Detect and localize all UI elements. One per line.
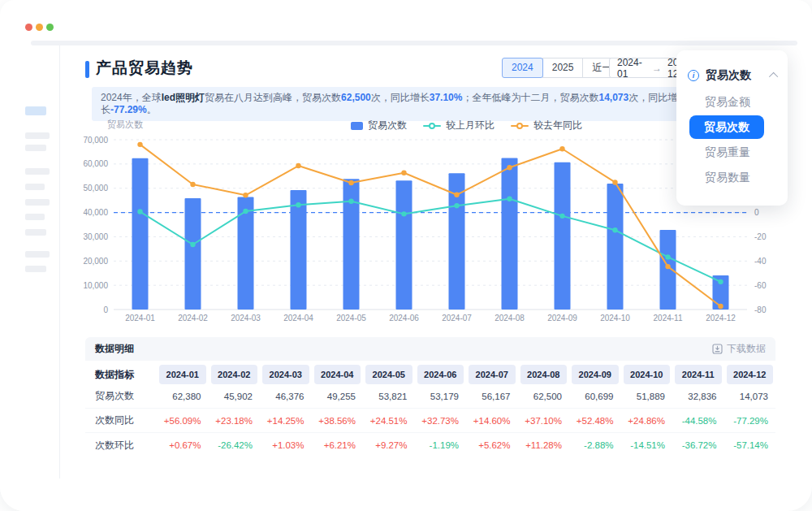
point-较去年同比-2024-08[interactable] bbox=[507, 165, 512, 170]
sidebar-item-skeleton[interactable] bbox=[25, 266, 46, 272]
point-较上月环比-2024-12[interactable] bbox=[718, 279, 723, 284]
title-accent-bar bbox=[85, 61, 89, 78]
bar-2024-04[interactable] bbox=[291, 190, 307, 310]
row-label: 次数环比 bbox=[85, 439, 157, 453]
point-较去年同比-2024-05[interactable] bbox=[348, 180, 353, 185]
metric-dropdown-label: 贸易次数 bbox=[706, 68, 765, 83]
bar-2024-05[interactable] bbox=[343, 179, 360, 310]
left-axis-tick: 30,000 bbox=[83, 232, 108, 241]
point-较去年同比-2024-03[interactable] bbox=[243, 193, 248, 197]
table-cell: +11.28% bbox=[518, 440, 570, 450]
point-较去年同比-2024-09[interactable] bbox=[559, 146, 564, 151]
close-window-icon[interactable] bbox=[25, 24, 32, 31]
point-较上月环比-2024-04[interactable] bbox=[296, 202, 300, 207]
point-较去年同比-2024-04[interactable] bbox=[296, 163, 300, 168]
app-window: 产品贸易趋势 20242025近一年 2024-01 → 2024-12 202… bbox=[0, 0, 812, 511]
minimize-window-icon[interactable] bbox=[36, 24, 43, 31]
sidebar-item-skeleton[interactable] bbox=[25, 214, 45, 220]
point-较上月环比-2024-05[interactable] bbox=[348, 199, 353, 204]
table-cell: +23.18% bbox=[209, 416, 261, 426]
point-较上月环比-2024-01[interactable] bbox=[137, 209, 142, 214]
table-cell: +56.09% bbox=[157, 416, 209, 426]
point-较去年同比-2024-11[interactable] bbox=[665, 264, 670, 269]
point-较上月环比-2024-10[interactable] bbox=[612, 227, 617, 232]
x-axis-label: 2024-03 bbox=[231, 314, 261, 323]
point-较去年同比-2024-06[interactable] bbox=[401, 171, 406, 175]
table-cell: 32,836 bbox=[672, 392, 724, 401]
x-axis-label: 2024-04 bbox=[283, 314, 313, 323]
point-较上月环比-2024-03[interactable] bbox=[243, 209, 248, 214]
point-较去年同比-2024-01[interactable] bbox=[137, 142, 142, 147]
trend-chart[interactable]: 010,00020,00030,00040,00050,00060,00070,… bbox=[77, 123, 775, 328]
point-较上月环比-2024-09[interactable] bbox=[559, 214, 564, 219]
bar-2024-01[interactable] bbox=[132, 158, 149, 310]
bar-2024-02[interactable] bbox=[185, 198, 201, 310]
bar-2024-06[interactable] bbox=[396, 180, 412, 310]
metric-dropdown-panel: i 贸易次数 贸易金额贸易次数贸易重量贸易数量 bbox=[676, 50, 788, 206]
metric-option-贸易金额[interactable]: 贸易金额 bbox=[676, 89, 788, 115]
bar-2024-09[interactable] bbox=[555, 162, 571, 310]
metric-option-贸易重量[interactable]: 贸易重量 bbox=[676, 140, 788, 165]
bar-2024-11[interactable] bbox=[660, 230, 676, 310]
x-axis-label: 2024-06 bbox=[389, 314, 419, 323]
sidebar-item-skeleton[interactable] bbox=[25, 168, 50, 175]
table-row-贸易次数: 贸易次数62,38045,90246,37649,25553,82153,179… bbox=[85, 384, 775, 409]
table-header-2024-08: 2024-08 bbox=[520, 365, 568, 384]
sidebar-item-skeleton[interactable] bbox=[25, 229, 46, 236]
table-cell: +52.48% bbox=[569, 416, 621, 426]
year-filter-2025[interactable]: 2025 bbox=[542, 58, 584, 78]
table-cell: +14.60% bbox=[466, 416, 518, 426]
table-header-2024-01: 2024-01 bbox=[159, 365, 206, 384]
download-data-button[interactable]: 下载数据 bbox=[712, 342, 766, 356]
table-header-2024-11: 2024-11 bbox=[675, 365, 722, 384]
sidebar-item-skeleton[interactable] bbox=[25, 251, 50, 258]
table-cell: +37.10% bbox=[518, 416, 570, 426]
point-较上月环比-2024-08[interactable] bbox=[507, 197, 512, 201]
metric-dropdown-header[interactable]: i 贸易次数 bbox=[688, 68, 778, 83]
table-cell: 49,255 bbox=[312, 392, 364, 401]
point-较去年同比-2024-02[interactable] bbox=[190, 182, 195, 187]
year-filter-2024[interactable]: 2024 bbox=[502, 58, 543, 78]
point-较去年同比-2024-12[interactable] bbox=[718, 304, 723, 309]
right-axis-tick: 0 bbox=[754, 208, 759, 217]
range-arrow-icon: → bbox=[652, 63, 662, 74]
metric-option-贸易次数[interactable]: 贸易次数 bbox=[689, 115, 764, 139]
point-较去年同比-2024-07[interactable] bbox=[454, 193, 459, 197]
table-cell: 14,073 bbox=[724, 392, 776, 401]
range-start: 2024-01 bbox=[617, 57, 646, 80]
sidebar-item-active-skeleton[interactable] bbox=[25, 106, 46, 115]
sidebar-item-skeleton[interactable] bbox=[25, 199, 50, 206]
table-cell: -2.88% bbox=[569, 440, 621, 450]
x-axis-label: 2024-05 bbox=[336, 314, 366, 323]
page-title: 产品贸易趋势 bbox=[96, 58, 193, 79]
sidebar-item-skeleton[interactable] bbox=[25, 145, 46, 151]
summary-text: 14,073 bbox=[598, 92, 628, 103]
point-较上月环比-2024-06[interactable] bbox=[401, 211, 406, 216]
summary-text: 62,500 bbox=[341, 92, 371, 103]
x-axis-label: 2024-07 bbox=[442, 314, 472, 323]
maximize-window-icon[interactable] bbox=[46, 24, 54, 31]
table-cell: 45,902 bbox=[209, 392, 261, 401]
table-cell: +32.73% bbox=[415, 416, 467, 426]
left-axis-tick: 60,000 bbox=[83, 159, 108, 168]
point-较上月环比-2024-02[interactable] bbox=[190, 242, 195, 247]
left-axis-tick: 10,000 bbox=[83, 281, 108, 290]
summary-text: 贸易在八月达到高峰，贸易次数 bbox=[205, 92, 341, 103]
chevron-up-icon bbox=[769, 72, 778, 81]
point-较上月环比-2024-11[interactable] bbox=[665, 254, 670, 259]
sidebar-item-skeleton[interactable] bbox=[25, 132, 50, 139]
sidebar-item-skeleton[interactable] bbox=[25, 184, 45, 190]
bar-2024-10[interactable] bbox=[607, 184, 624, 310]
sidebar-divider bbox=[59, 45, 60, 479]
table-header-2024-12: 2024-12 bbox=[727, 365, 774, 384]
x-axis-label: 2024-09 bbox=[547, 314, 577, 323]
bar-2024-08[interactable] bbox=[502, 158, 518, 310]
point-较上月环比-2024-07[interactable] bbox=[454, 203, 459, 208]
metric-option-贸易数量[interactable]: 贸易数量 bbox=[676, 165, 788, 190]
table-row-次数环比: 次数环比+0.67%-26.42%+1.03%+6.21%+9.27%-1.19… bbox=[85, 433, 775, 457]
point-较去年同比-2024-10[interactable] bbox=[612, 180, 617, 184]
table-body: 贸易次数62,38045,90246,37649,25553,82153,179… bbox=[85, 384, 775, 457]
table-cell: -14.51% bbox=[621, 440, 673, 450]
left-axis-tick: 20,000 bbox=[83, 257, 108, 266]
summary-text: 。 bbox=[147, 104, 157, 115]
